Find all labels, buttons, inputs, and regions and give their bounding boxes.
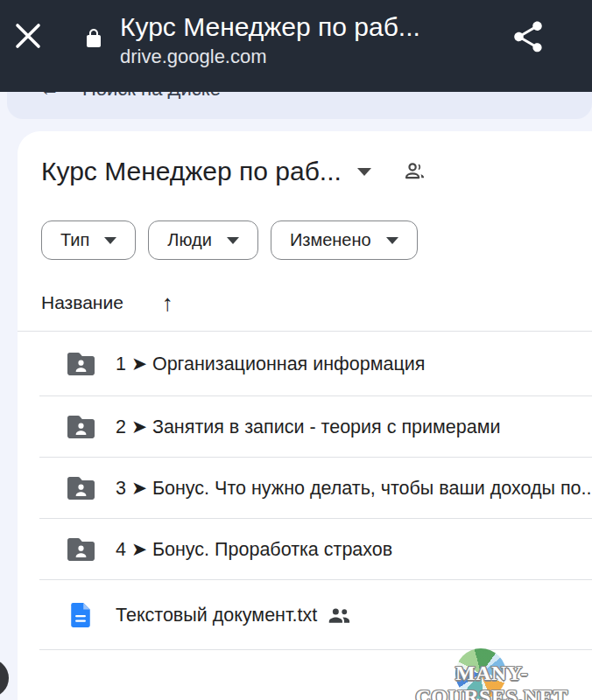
- chevron-down-icon: [386, 237, 398, 244]
- filter-chip-modified[interactable]: Изменено: [271, 220, 418, 260]
- item-name: 2 ➤ Занятия в записи - теория с примерам…: [116, 416, 500, 438]
- back-arrow-icon: ←: [40, 92, 60, 99]
- overlay-corner-button[interactable]: [0, 659, 9, 697]
- sort-ascending-icon: ↑: [162, 293, 173, 312]
- filter-chips: Тип Люди Изменено: [41, 220, 418, 260]
- filter-chip-people-label: Люди: [167, 230, 212, 250]
- shared-folder-icon: [67, 538, 95, 561]
- column-name-label: Название: [41, 292, 123, 313]
- close-icon[interactable]: [12, 20, 44, 52]
- share-icon[interactable]: [510, 18, 546, 56]
- sort-by-name-header[interactable]: Название ↑: [41, 292, 173, 313]
- chevron-down-icon: [104, 237, 116, 244]
- search-placeholder: Поиск на Диске: [82, 92, 221, 99]
- shared-badge-icon: [328, 606, 352, 627]
- item-name: 4 ➤ Бонус. Проработка страхов: [116, 538, 392, 561]
- item-name: 3 ➤ Бонус. Что нужно делать, чтобы ваши …: [116, 477, 591, 500]
- shared-folder-icon: [67, 477, 95, 500]
- lock-icon: [83, 25, 104, 55]
- filter-chip-type[interactable]: Тип: [41, 220, 136, 260]
- list-item-folder-2[interactable]: 2 ➤ Занятия в записи - теория с примерам…: [18, 396, 592, 458]
- list-item-folder-1[interactable]: 1 ➤ Организационная информация: [18, 332, 592, 396]
- shared-folder-icon: [67, 416, 95, 438]
- drive-search-bar[interactable]: ←Поиск на Диске: [7, 92, 592, 119]
- list-item-folder-3[interactable]: 3 ➤ Бонус. Что нужно делать, чтобы ваши …: [18, 458, 592, 519]
- list-item-folder-4[interactable]: 4 ➤ Бонус. Проработка страхов: [18, 519, 592, 580]
- text-document-icon: [67, 603, 95, 627]
- filter-chip-type-label: Тип: [60, 230, 89, 250]
- folder-title-dropdown-icon[interactable]: [357, 168, 371, 176]
- list-item-text-file[interactable]: Текстовый документ.txt: [18, 580, 592, 650]
- chevron-down-icon: [227, 237, 239, 244]
- filter-chip-people[interactable]: Люди: [148, 220, 258, 260]
- item-name: Текстовый документ.txt: [116, 605, 317, 626]
- file-list: 1 ➤ Организационная информация 2 ➤ Занят…: [18, 331, 592, 650]
- search-bar-clipped-text: ←Поиск на Диске: [40, 92, 408, 99]
- browser-page-url[interactable]: drive.google.com: [120, 44, 420, 70]
- browser-page-title: Курс Менеджер по раб...: [120, 10, 420, 44]
- shared-folder-icon: [67, 353, 95, 375]
- item-name: 1 ➤ Организационная информация: [116, 353, 425, 375]
- filter-chip-modified-label: Изменено: [290, 230, 371, 250]
- shared-people-icon[interactable]: [403, 158, 427, 186]
- drive-content-card: Курс Менеджер по раб... Тип Люди Изменен…: [18, 131, 592, 700]
- browser-header: Курс Менеджер по раб... drive.google.com: [0, 0, 592, 92]
- folder-title: Курс Менеджер по раб...: [41, 157, 342, 186]
